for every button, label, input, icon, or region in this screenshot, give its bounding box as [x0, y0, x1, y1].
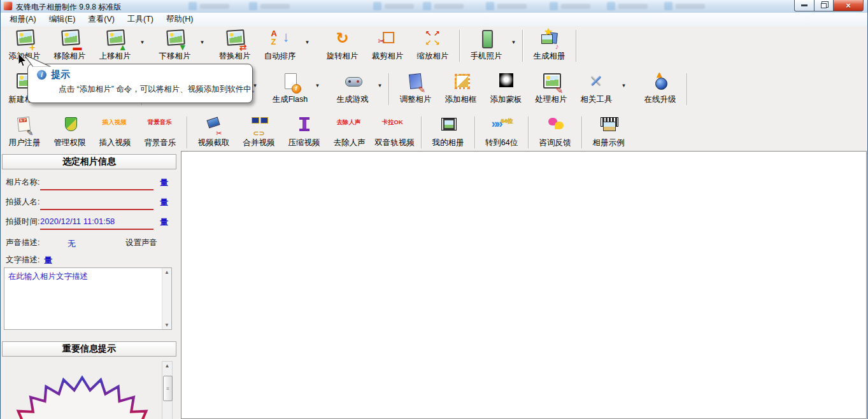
move-up-dropdown[interactable]: ▼ — [138, 39, 147, 45]
related-tools-dropdown[interactable]: ▼ — [619, 83, 629, 89]
move-up-photo-icon: ▲ — [103, 29, 128, 50]
separator — [474, 117, 475, 148]
background-music-button[interactable]: 背景音乐 背景音乐 — [138, 115, 183, 148]
compress-video-icon — [292, 115, 317, 136]
shoot-time-batch-link[interactable]: 量 — [160, 217, 168, 228]
scale-photo-button[interactable]: ↖↗↙↘ 缩放相片 — [410, 29, 455, 62]
text-desc-batch-link[interactable]: 量 — [44, 255, 52, 266]
restore-icon — [821, 3, 827, 8]
insert-video-button[interactable]: 插入视频 插入视频 — [92, 115, 138, 148]
sidebar-photo-info: 选定相片信息 相片名称: 量 拍摄人名: 量 拍摄时间: 2020/12/11 … — [1, 151, 181, 419]
auto-sort-dropdown[interactable]: ▼ — [302, 39, 312, 45]
rotate-photo-icon: ↻ — [330, 29, 355, 50]
background-window-tab-ghost — [189, 1, 229, 11]
section-header-important-info: 重要信息提示 — [2, 341, 176, 357]
generate-album-button[interactable]: ★♪ 生成相册 — [527, 29, 572, 62]
section-header-selected-photo-info: 选定相片信息 — [2, 154, 176, 169]
scroll-up-icon[interactable]: ▲ — [162, 268, 171, 276]
add-frame-icon — [448, 72, 474, 93]
feedback-icon — [543, 115, 568, 136]
photo-description-textarea[interactable]: 在此输入相片文字描述 ▲ ▼ — [4, 267, 172, 330]
phone-photo-icon — [474, 29, 499, 50]
generate-flash-button[interactable]: f 生成Flash — [267, 72, 313, 105]
remove-vocal-button[interactable]: 去除人声 去除人声 — [327, 115, 372, 148]
menu-help[interactable]: 帮助(H) — [160, 13, 199, 27]
process-photo-button[interactable]: ✎ 处理相片 — [529, 72, 574, 105]
user-register-icon: N P✎ — [12, 115, 38, 136]
auto-sort-button[interactable]: AZ↓ 自动排序 — [257, 29, 302, 62]
move-down-photo-icon: ▼ — [162, 29, 188, 50]
description-placeholder: 在此输入相片文字描述 — [8, 271, 88, 282]
menu-tools[interactable]: 工具(T) — [121, 13, 160, 27]
background-music-icon: 背景音乐 — [148, 115, 173, 136]
seal-badge-icon — [1, 359, 173, 419]
crop-photo-button[interactable]: ✂ 裁剪相片 — [365, 29, 410, 62]
related-tools-button[interactable]: 相关工具 — [574, 72, 619, 105]
remove-vocal-icon: 去除人声 — [337, 115, 362, 136]
add-frame-button[interactable]: 添加相框 — [438, 72, 483, 105]
minimize-button[interactable] — [794, 0, 815, 11]
window-title: 友锋电子相册制作 9.9.8 标准版 — [16, 2, 121, 13]
album-examples-button[interactable]: 相册示例 — [586, 115, 631, 148]
album-examples-icon — [596, 115, 622, 136]
separator — [388, 73, 389, 105]
remove-photo-button[interactable]: ▬ 移除相片 — [47, 29, 92, 62]
scroll-down-icon[interactable]: ▼ — [162, 321, 171, 329]
remove-photo-icon: ▬ — [57, 29, 83, 50]
user-register-button[interactable]: N P✎ 用户注册 — [2, 115, 47, 148]
compress-video-button[interactable]: 压缩视频 — [281, 115, 327, 148]
merge-video-button[interactable]: ⊂⊃ 合并视频 — [236, 115, 281, 148]
adjust-photo-button[interactable]: ✎ 调整相片 — [393, 72, 438, 105]
my-album-button[interactable]: 我的相册 — [425, 115, 471, 148]
photo-name-batch-link[interactable]: 量 — [160, 177, 168, 188]
info-icon: i — [37, 70, 46, 80]
add-photo-icon: ＋ — [12, 29, 38, 50]
related-tools-icon — [584, 72, 609, 93]
dual-track-video-button[interactable]: 卡拉OK 双音轨视频 — [372, 115, 417, 148]
add-mask-button[interactable]: 添加蒙板 — [483, 72, 529, 105]
separator — [187, 117, 187, 148]
album-canvas[interactable] — [181, 151, 867, 419]
add-mask-icon — [494, 72, 519, 93]
move-down-dropdown[interactable]: ▼ — [197, 39, 207, 45]
menu-edit[interactable]: 编辑(E) — [43, 13, 82, 27]
generate-flash-dropdown[interactable]: ▼ — [313, 83, 322, 89]
video-capture-button[interactable]: ✂ 视频截取 — [191, 115, 236, 148]
shoot-time-input[interactable]: 2020/12/11 11:01:58 — [40, 217, 153, 230]
phone-photo-button[interactable]: 手机照片 — [464, 29, 509, 62]
photographer-label: 拍摄人名: — [6, 197, 39, 208]
close-button[interactable]: × — [833, 0, 864, 11]
background-window-tab-ghost — [423, 1, 464, 11]
toolbar-photo-row: ＋ 添加相片 ▬ 移除相片 ▲ 上移相片 ▼ ▼ 下移相片 ▼ ⇄ 替换相片 A… — [1, 26, 867, 69]
menu-album[interactable]: 相册(A) — [3, 13, 43, 27]
replace-photo-button[interactable]: ⇄ 替换相片 — [212, 29, 257, 62]
separator — [576, 30, 576, 62]
scrollbar-thumb[interactable]: ≡ — [163, 376, 173, 401]
separator — [528, 117, 529, 148]
separator — [522, 30, 523, 62]
online-upgrade-button[interactable]: ▲ 在线升级 — [637, 72, 683, 105]
photographer-input[interactable] — [40, 197, 153, 210]
set-sound-link[interactable]: 设置声音 — [125, 238, 157, 248]
generate-game-dropdown[interactable]: ▼ — [375, 83, 385, 89]
sound-value-link[interactable]: 无 — [68, 238, 76, 250]
manage-rights-button[interactable]: 管理权限 — [47, 115, 92, 148]
move-down-photo-button[interactable]: ▼ 下移相片 — [152, 29, 197, 62]
separator — [459, 30, 460, 62]
go-64bit-button[interactable]: »»64位 转到64位 — [479, 115, 524, 148]
my-album-icon — [436, 115, 461, 136]
generate-game-button[interactable]: 生成游戏 — [330, 72, 375, 105]
photographer-batch-link[interactable]: 量 — [160, 197, 168, 208]
textarea-scrollbar[interactable]: ▲ ▼ — [162, 268, 171, 329]
feedback-button[interactable]: 咨询反馈 — [532, 115, 578, 148]
rotate-photo-button[interactable]: ↻ 旋转相片 — [320, 29, 365, 62]
move-up-photo-button[interactable]: ▲ 上移相片 — [92, 29, 138, 62]
scroll-up-icon[interactable]: ▲ — [162, 362, 172, 371]
photo-name-input[interactable] — [40, 177, 153, 190]
info-panel-scrollbar[interactable]: ▲ ≡ — [162, 361, 173, 419]
generate-flash-icon: f — [278, 72, 303, 93]
menu-view[interactable]: 查看(V) — [82, 13, 121, 27]
important-info-panel — [1, 359, 181, 419]
restore-button[interactable] — [814, 0, 834, 11]
phone-photo-dropdown[interactable]: ▼ — [509, 39, 518, 45]
